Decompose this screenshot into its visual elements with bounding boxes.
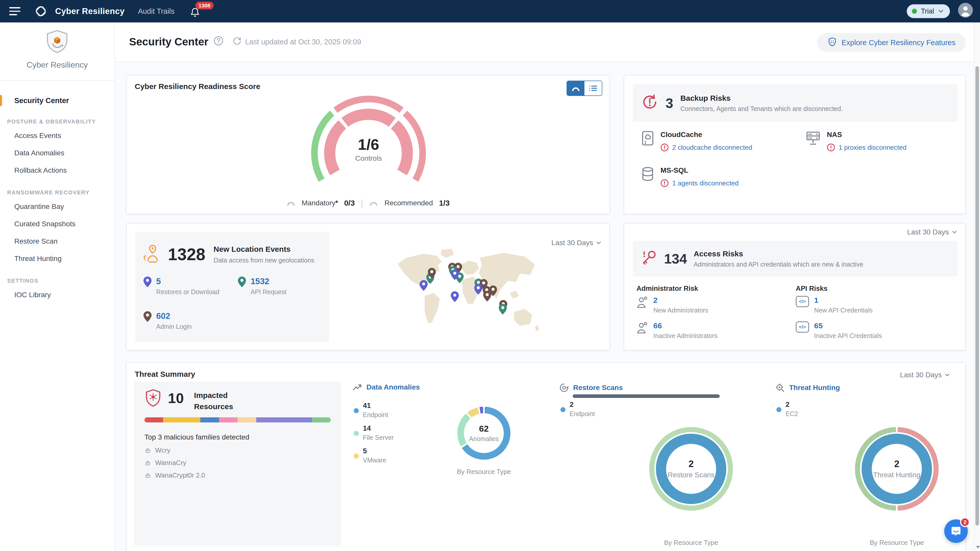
map-pin[interactable] <box>474 284 482 297</box>
notification-count-badge: 1308 <box>196 2 213 10</box>
cyber-resiliency-shield-icon <box>44 29 70 57</box>
chevron-down-icon <box>945 373 950 377</box>
sidebar-item-data-anomalies[interactable]: Data Anomalies <box>0 144 115 162</box>
stat-new-api-credentials: </> 1 New API Credentials <box>796 296 873 314</box>
map-pin[interactable] <box>451 291 459 304</box>
data-anomalies-section: Data Anomalies 41Endpoint 14File Server … <box>353 383 526 391</box>
map-pin[interactable] <box>428 268 436 281</box>
bar-segment <box>238 417 256 422</box>
shield-dots-icon <box>827 37 837 48</box>
scrollbar-down-arrow[interactable] <box>976 546 980 548</box>
notifications-bell-icon[interactable]: 1308 <box>190 5 203 18</box>
cloudcache-disconnected-link[interactable]: 2 cloudcache disconnected <box>672 144 752 151</box>
threat-hunting-link[interactable]: Threat Hunting <box>789 384 840 392</box>
restore-legend: 2Endpoint <box>560 400 595 418</box>
refresh-icon[interactable] <box>233 37 242 47</box>
horizontal-scrollbar[interactable] <box>573 394 720 398</box>
sidebar-item-security-center[interactable]: Security Center <box>0 93 115 108</box>
chat-unread-badge: 2 <box>960 517 970 527</box>
impacted-resources-panel: 10 Impacted Resources Top 3 malicious fa… <box>134 382 341 546</box>
restore-scans-link[interactable]: Restore Scans <box>573 384 623 392</box>
anomalies-donut-chart[interactable]: 62 Anomalies <box>457 407 511 460</box>
trial-status-dropdown[interactable]: Trial <box>907 4 950 18</box>
nas-server-icon <box>805 130 821 151</box>
scrollbar-thumb[interactable] <box>975 66 979 526</box>
sidebar-item-rollback-actions[interactable]: Rollback Actions <box>0 162 115 179</box>
location-period-dropdown[interactable]: Last 30 Days <box>552 239 601 247</box>
stat-inactive-api-credentials: </> 65 Inactive API Credentials <box>796 321 882 340</box>
explore-features-button[interactable]: Explore Cyber Resiliency Features <box>817 33 966 52</box>
alert-circle-icon <box>660 179 669 187</box>
legend-divider: | <box>361 198 363 208</box>
bug-icon <box>145 460 151 466</box>
sidebar-item-threat-hunting[interactable]: Threat Hunting <box>0 250 115 267</box>
sidebar-item-access-events[interactable]: Access Events <box>0 127 115 144</box>
bar-segment <box>256 417 312 422</box>
sidebar-item-restore-scan[interactable]: Restore Scan <box>0 233 115 250</box>
world-map-continents <box>393 244 544 341</box>
nas-disconnected-link[interactable]: 1 proxies disconnected <box>838 144 907 151</box>
impacted-resources-bar-chart[interactable] <box>145 417 331 422</box>
legend-dot <box>354 408 359 413</box>
malicious-families-heading: Top 3 malicious families detected <box>145 433 249 441</box>
shield-virus-icon <box>145 389 162 409</box>
menu-audit-trails[interactable]: Audit Trails <box>138 7 174 16</box>
mandatory-value: 0/3 <box>344 199 355 207</box>
map-pin[interactable] <box>451 269 459 282</box>
trend-up-icon <box>353 384 362 391</box>
restore-scans-section: Restore Scans 2Endpoint 2 Restore Scans … <box>559 383 735 392</box>
readiness-score-value: 1/6 <box>318 136 420 153</box>
legend-dot <box>776 407 781 412</box>
family-item: WannaCry <box>145 459 205 467</box>
readiness-gauge-chart[interactable]: 1/6 Controls <box>287 93 450 190</box>
map-pin[interactable] <box>499 304 507 317</box>
chat-widget-button[interactable]: 2 <box>944 519 968 543</box>
location-events-count: 1328 <box>168 246 205 263</box>
map-pin[interactable] <box>483 291 491 303</box>
anomalies-legend: 41Endpoint 14File Server 5VMware <box>354 402 394 464</box>
stat-admin-login: 602 Admin Login <box>143 311 192 330</box>
access-period-dropdown[interactable]: Last 30 Days <box>907 228 957 236</box>
threat-period-dropdown[interactable]: Last 30 Days <box>900 371 950 379</box>
help-icon[interactable] <box>213 36 224 48</box>
bar-segment <box>219 417 238 422</box>
sidebar-item-ioc-library[interactable]: IOC Library <box>0 286 115 303</box>
list-view-button[interactable] <box>584 81 602 95</box>
impacted-label-line2: Resources <box>194 401 233 412</box>
alert-circle-icon <box>827 143 835 151</box>
trial-label: Trial <box>921 7 934 15</box>
sidebar-item-curated-snapshots[interactable]: Curated Snapshots <box>0 215 115 233</box>
mandatory-label: Mandatory <box>302 199 335 207</box>
mssql-disconnected-link[interactable]: 1 agents disconnected <box>672 179 738 187</box>
location-events-title: New Location Events <box>213 245 314 254</box>
alert-circle-icon <box>660 143 669 151</box>
sidebar-brand: Cyber Resiliency <box>27 60 88 70</box>
backup-risk-icon <box>641 94 659 113</box>
data-anomalies-link[interactable]: Data Anomalies <box>366 383 420 391</box>
threat-summary-card: Threat Summary Last 30 Days 10 Impacted … <box>126 362 966 551</box>
api-risks-heading: API Risks <box>796 285 828 292</box>
view-toggle <box>566 81 602 96</box>
malicious-families-list: Wcry WannaCry WanaCrypt0r 2.0 <box>145 446 205 479</box>
restore-scans-donut-chart[interactable]: 2 Restore Scans <box>649 427 733 511</box>
bug-icon <box>145 472 151 479</box>
bug-icon <box>145 447 151 454</box>
page-header: Security Center Last updated at Oct 30, … <box>115 22 980 62</box>
legend-dot <box>354 431 359 436</box>
hamburger-menu-icon[interactable] <box>9 7 21 15</box>
sidebar-item-quarantine-bay[interactable]: Quarantine Bay <box>0 198 115 215</box>
api-code-icon: </> <box>796 296 809 307</box>
vertical-scrollbar[interactable] <box>974 22 980 551</box>
avatar[interactable] <box>958 3 973 20</box>
backup-risks-title: Backup Risks <box>680 94 843 103</box>
person-location-icon <box>142 244 163 266</box>
location-events-card: Last 30 Days 1328 New Location <box>126 223 610 351</box>
impacted-label-line1: Impacted <box>194 390 233 401</box>
bar-segment <box>163 417 200 422</box>
anomalies-caption: By Resource Type <box>433 468 535 476</box>
gauge-view-button[interactable] <box>567 81 584 95</box>
security-center-dashboard: { "topbar": { "app_title": "Cyber Resili… <box>0 0 980 551</box>
threat-hunting-donut-chart[interactable]: 2 Threat Hunting <box>855 427 939 511</box>
threat-summary-title: Threat Summary <box>135 370 195 379</box>
chevron-down-icon <box>596 241 601 245</box>
